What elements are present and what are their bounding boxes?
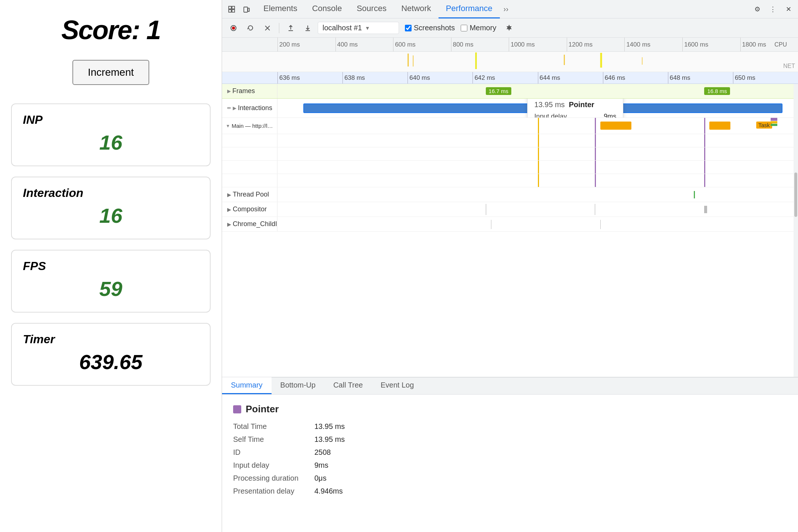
- url-label: localhost #1: [323, 24, 362, 32]
- svg-rect-18: [642, 57, 642, 65]
- main-thread-label: ▼ Main — http://localhost:5173/understan…: [222, 118, 277, 134]
- svg-point-12: [508, 27, 510, 28]
- summary-presentation-label: Presentation delay: [233, 487, 314, 495]
- svg-rect-13: [407, 54, 409, 66]
- purple-marker-2: [704, 118, 705, 134]
- task-bar-2[interactable]: [709, 122, 730, 130]
- tab-summary[interactable]: Summary: [222, 377, 272, 394]
- tab-bottom-up[interactable]: Bottom-Up: [272, 377, 325, 394]
- more-tabs-button[interactable]: ››: [500, 5, 512, 13]
- summary-processing-val: 0μs: [314, 474, 787, 482]
- cpu-net-overview: NET: [222, 52, 798, 72]
- stack-bar-yellow: [771, 121, 777, 123]
- purple-marker-10: [704, 174, 705, 187]
- summary-input-delay-val: 9ms: [314, 461, 787, 470]
- device-toolbar-button[interactable]: [240, 3, 253, 16]
- chrome-childio-track: ▶ Chrome_ChildIOThread: [222, 217, 798, 232]
- task-label: Task: [756, 122, 772, 129]
- thread-pool-arrow: ▶: [227, 192, 231, 198]
- metric-card-inp: INP 16: [11, 103, 211, 166]
- purple-marker-5: [595, 147, 596, 160]
- stack-bar-green: [771, 124, 777, 126]
- clear-button[interactable]: [260, 21, 274, 35]
- close-icon[interactable]: ✕: [782, 3, 795, 16]
- svg-rect-0: [229, 6, 231, 9]
- settings-icon[interactable]: ⚙: [751, 3, 764, 16]
- metric-label-inp: INP: [23, 113, 199, 127]
- interactions-content: 13.95 ms Pointer Input delay 9ms Process…: [277, 99, 798, 118]
- tab-performance[interactable]: Performance: [439, 0, 500, 18]
- compositor-content: [277, 202, 798, 216]
- yellow-marker: [538, 118, 539, 134]
- tooltip-input-delay-val: 9ms: [604, 113, 616, 118]
- chrome-childio-label[interactable]: ▶ Chrome_ChildIOThread: [222, 217, 277, 231]
- metric-label-interaction: Interaction: [23, 186, 199, 200]
- upload-button[interactable]: [284, 21, 298, 35]
- childio-marker-2: [600, 220, 601, 229]
- thread-pool-track: ▶ Thread Pool: [222, 187, 798, 202]
- devtools-tabs: Elements Console Sources Network Perform…: [256, 0, 512, 18]
- summary-total-time-label: Total Time: [233, 422, 314, 431]
- main-thread-row-4: [222, 161, 798, 174]
- ruler-label-400ms: 400 ms: [335, 38, 393, 52]
- ruler-label-1600ms: 1600 ms: [682, 38, 740, 52]
- interaction-bar-selected[interactable]: [303, 103, 782, 113]
- url-selector-arrow: ▼: [365, 25, 370, 31]
- summary-pointer-title: Pointer: [233, 403, 787, 415]
- url-selector[interactable]: localhost #1 ▼: [318, 22, 399, 34]
- tab-network[interactable]: Network: [394, 0, 439, 18]
- download-button[interactable]: [301, 21, 315, 35]
- svg-rect-2: [229, 10, 231, 12]
- main-thread-row-2-content: [277, 134, 798, 147]
- perf-settings-icon[interactable]: [502, 21, 516, 35]
- ruler-label-800ms: 800 ms: [451, 38, 509, 52]
- tab-sources[interactable]: Sources: [349, 0, 394, 18]
- yellow-marker-2: [538, 134, 539, 147]
- tab-elements[interactable]: Elements: [256, 0, 305, 18]
- svg-rect-16: [564, 55, 565, 65]
- frames-label[interactable]: ▶ Frames: [222, 84, 277, 98]
- devtools-controls: [225, 3, 253, 16]
- record-button[interactable]: [226, 21, 241, 35]
- detail-ruler-labels: 636 ms 638 ms 640 ms 642 ms 644 ms 646 m…: [277, 72, 798, 84]
- summary-input-delay-label: Input delay: [233, 461, 314, 470]
- detail-642ms: 642 ms: [473, 72, 538, 84]
- bottom-tabs: Summary Bottom-Up Call Tree Event Log: [222, 378, 798, 395]
- summary-self-time-label: Self Time: [233, 435, 314, 444]
- main-thread-row-3-content: [277, 147, 798, 160]
- reload-record-button[interactable]: [243, 21, 258, 35]
- main-thread-row-5-label: [222, 174, 277, 187]
- devtools-right-controls: ⚙ ⋮ ✕: [751, 3, 795, 16]
- increment-button[interactable]: Increment: [72, 60, 150, 85]
- compositor-arrow: ▶: [227, 207, 231, 212]
- memory-checkbox[interactable]: Memory: [461, 24, 496, 32]
- purple-marker-6: [704, 147, 705, 160]
- scrollbar-thumb[interactable]: [794, 173, 797, 217]
- tab-call-tree[interactable]: Call Tree: [324, 377, 372, 394]
- summary-self-time-val: 13.95 ms: [314, 435, 787, 444]
- screenshots-checkbox[interactable]: Screenshots: [405, 24, 455, 32]
- thread-pool-label[interactable]: ▶ Thread Pool: [222, 187, 277, 202]
- purple-marker-8: [704, 161, 705, 174]
- purple-marker-1: [595, 118, 596, 134]
- tab-console[interactable]: Console: [305, 0, 349, 18]
- task-bar-1[interactable]: [600, 122, 632, 130]
- inspect-button[interactable]: [225, 3, 238, 16]
- yellow-marker-3: [538, 147, 539, 160]
- detail-646ms: 646 ms: [603, 72, 668, 84]
- interactions-label[interactable]: ✏ ▶ Interactions: [222, 99, 277, 118]
- compositor-label[interactable]: ▶ Compositor: [222, 202, 277, 216]
- summary-id-val: 2508: [314, 448, 787, 457]
- detail-650ms: 650 ms: [733, 72, 798, 84]
- devtools-scrollbar[interactable]: [794, 84, 798, 377]
- detail-648ms: 648 ms: [668, 72, 733, 84]
- tab-event-log[interactable]: Event Log: [372, 377, 423, 394]
- main-thread-content: Task: [277, 118, 798, 134]
- summary-pointer-label: Pointer: [246, 403, 279, 415]
- more-options-icon[interactable]: ⋮: [766, 3, 780, 16]
- metric-value-inp: 16: [23, 130, 199, 154]
- compositor-label-text: Compositor: [233, 205, 267, 213]
- compositor-marker-3: [704, 206, 707, 213]
- summary-presentation-val: 4.946ms: [314, 487, 787, 495]
- detail-644ms: 644 ms: [538, 72, 603, 84]
